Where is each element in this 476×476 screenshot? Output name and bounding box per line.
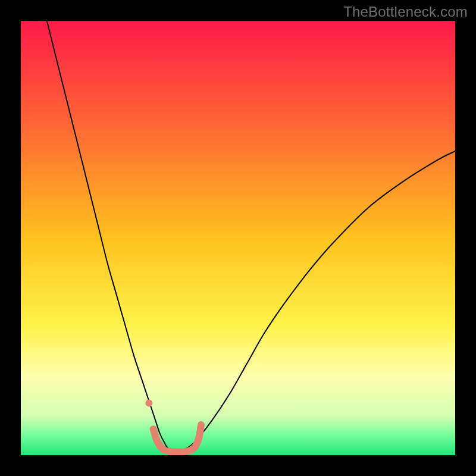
chart-svg xyxy=(21,21,455,455)
plot-area xyxy=(21,21,455,455)
highlight-dot xyxy=(145,399,152,406)
chart-frame: TheBottleneck.com xyxy=(0,0,476,476)
chart-background xyxy=(21,21,455,455)
watermark-label: TheBottleneck.com xyxy=(343,4,468,20)
